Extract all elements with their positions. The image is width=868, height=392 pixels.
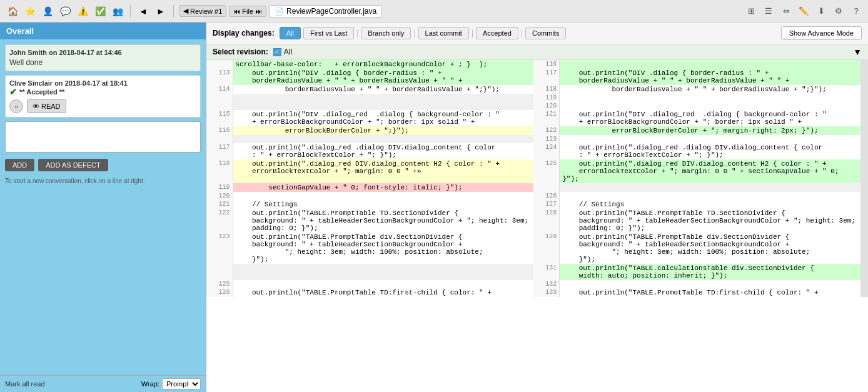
table-row: 120126 xyxy=(206,192,868,200)
left-code: errorBlockBorderColor + ";}"); xyxy=(233,126,533,135)
sep1 xyxy=(130,5,131,18)
wrap-select[interactable]: Prompt None Soft xyxy=(162,378,201,389)
tab-all[interactable]: All xyxy=(280,27,301,39)
left-line-num xyxy=(206,135,233,143)
action-row: ○ 👁 READ xyxy=(9,99,196,113)
sep-commits: | xyxy=(521,29,523,38)
scroll-col xyxy=(860,280,868,288)
table-row: 113 out.println("DIV .dialog { border-ra… xyxy=(206,69,868,85)
revision-dropdown[interactable]: ▼ xyxy=(853,47,862,57)
left-code: scrollbar-base-color: + errorBlockBackgr… xyxy=(233,60,533,69)
hint-text: To start a new conversation, click on a … xyxy=(5,178,201,184)
icon-list[interactable]: ☰ xyxy=(762,4,775,18)
left-line-num xyxy=(206,94,233,102)
scroll-col xyxy=(860,143,868,159)
sidebar-header: Overall xyxy=(0,23,206,39)
icon-star[interactable]: ⭐ xyxy=(23,4,38,19)
file-nav-btn[interactable]: ⏮ File ⏭ xyxy=(229,6,266,17)
display-bar: Display changes: All First vs Last | Bra… xyxy=(206,23,868,44)
icon-user-action[interactable]: 👥 xyxy=(110,4,125,19)
right-line-num: 119 xyxy=(533,94,560,102)
icon-comment[interactable]: 💬 xyxy=(58,4,73,19)
left-line-num: 113 xyxy=(206,69,233,85)
scroll-col xyxy=(860,264,868,280)
icon-arrow-left[interactable]: ◄ xyxy=(136,4,151,19)
eye-icon: 👁 xyxy=(33,103,39,110)
sidebar: Overall John Smith on 2018-04-17 at 14:4… xyxy=(0,23,206,392)
add-defect-button[interactable]: ADD AS DEFECT xyxy=(38,159,108,171)
table-row: 122 out.println("TABLE.PromptTable TD.Se… xyxy=(206,209,868,233)
content-area: Display changes: All First vs Last | Bra… xyxy=(206,23,868,392)
right-code xyxy=(560,60,860,69)
icon-person[interactable]: 👤 xyxy=(40,4,55,19)
review-nav-btn[interactable]: ◀ Review #1 xyxy=(179,5,226,17)
right-code xyxy=(560,102,860,110)
comment-block-1: John Smith on 2018-04-17 at 14:46 Well d… xyxy=(5,44,201,71)
right-line-num: 133 xyxy=(533,288,560,297)
tab-first-last[interactable]: First vs Last xyxy=(303,27,354,39)
right-code: errorBlockBorderColor + "; margin-right:… xyxy=(560,126,860,135)
read-label: READ xyxy=(41,103,61,110)
tab-accepted[interactable]: Accepted xyxy=(476,27,518,39)
diff-area[interactable]: scrollbar-base-color: + errorBlockBackgr… xyxy=(206,60,868,392)
icon-arrow-right[interactable]: ► xyxy=(153,4,168,19)
right-line-num: 122 xyxy=(533,126,560,135)
right-code: out.println("TABLE.PromptTable TD.Sectio… xyxy=(560,209,860,233)
icon-arrows[interactable]: ⇔ xyxy=(779,4,793,18)
comment-input[interactable] xyxy=(5,121,201,153)
left-line-num: 126 xyxy=(206,288,233,297)
icon-help[interactable]: ? xyxy=(849,4,863,18)
sep-accepted: | xyxy=(472,29,473,38)
scroll-col xyxy=(860,200,868,209)
tab-commits[interactable]: Commits xyxy=(525,27,566,39)
scroll-col xyxy=(860,60,868,69)
comment2-author: Clive Sinclair on 2018-04-17 at 18:41 xyxy=(9,79,196,87)
mark-all-read[interactable]: Mark all read xyxy=(5,380,45,388)
left-code xyxy=(233,264,533,280)
icon-grid[interactable]: ⊞ xyxy=(744,4,758,18)
right-code: out.println(".dialog_red .dialog DIV.dia… xyxy=(560,143,860,159)
right-code: out.println("TABLE.PromptTable div.Secti… xyxy=(560,233,860,264)
left-line-num: 114 xyxy=(206,85,233,94)
icon-download[interactable]: ⬇ xyxy=(814,4,828,18)
scroll-col xyxy=(860,135,868,143)
table-row: scrollbar-base-color: + errorBlockBackgr… xyxy=(206,60,868,69)
sep-last: | xyxy=(413,29,415,38)
icon-home[interactable]: 🏠 xyxy=(5,4,20,19)
left-line-num: 121 xyxy=(206,200,233,209)
icon-edit[interactable]: ✏️ xyxy=(797,4,810,18)
display-changes-label: Display changes: xyxy=(213,29,275,38)
right-code: out.println("DIV .dialog { border-radius… xyxy=(560,69,860,85)
icon-settings[interactable]: ⚙ xyxy=(832,4,845,18)
main-layout: Overall John Smith on 2018-04-17 at 14:4… xyxy=(0,23,868,392)
advance-mode-button[interactable]: Show Advance Mode xyxy=(781,26,862,40)
left-code: out.println("TABLE.PromptTable div.Secti… xyxy=(233,233,533,264)
table-row: 116 errorBlockBorderColor + ";}");122 er… xyxy=(206,126,868,135)
review-label: Review #1 xyxy=(190,8,222,15)
table-row: 125132 xyxy=(206,280,868,288)
revision-checkbox[interactable]: ✓ xyxy=(273,48,281,56)
left-line-num: 115 xyxy=(206,110,233,126)
add-button[interactable]: ADD xyxy=(5,159,34,171)
left-line-num: 125 xyxy=(206,280,233,288)
circle-btn[interactable]: ○ xyxy=(9,99,23,113)
accepted-badge: ✔ ** Accepted ** xyxy=(9,87,196,97)
revision-all: ✓ All xyxy=(273,48,292,56)
tab-last-commit[interactable]: Last commit xyxy=(418,27,469,39)
right-code xyxy=(560,280,860,288)
icon-check[interactable]: ✅ xyxy=(93,4,108,19)
tab-branch-only[interactable]: Branch only xyxy=(361,27,411,39)
icon-warning[interactable]: ⚠️ xyxy=(75,4,90,19)
right-code: out.println("TABLE.calculationsTable div… xyxy=(560,264,860,280)
read-button[interactable]: 👁 READ xyxy=(27,99,66,113)
left-code: out.println("DIV .dialog { border-radius… xyxy=(233,69,533,85)
right-code xyxy=(560,135,860,143)
revision-label: Select revision: xyxy=(213,48,268,56)
table-row: 119 sectionGapValue + " 0; font-style: i… xyxy=(206,183,868,192)
right-line-num: 116 xyxy=(533,60,560,69)
left-code: sectionGapValue + " 0; font-style: itali… xyxy=(233,183,533,192)
file-tab[interactable]: 📄 ReviewPageController.java xyxy=(269,5,382,18)
sidebar-bottom: Mark all read Wrap: Prompt None Soft xyxy=(0,375,206,392)
right-line-num: 118 xyxy=(533,85,560,94)
left-code xyxy=(233,135,533,143)
